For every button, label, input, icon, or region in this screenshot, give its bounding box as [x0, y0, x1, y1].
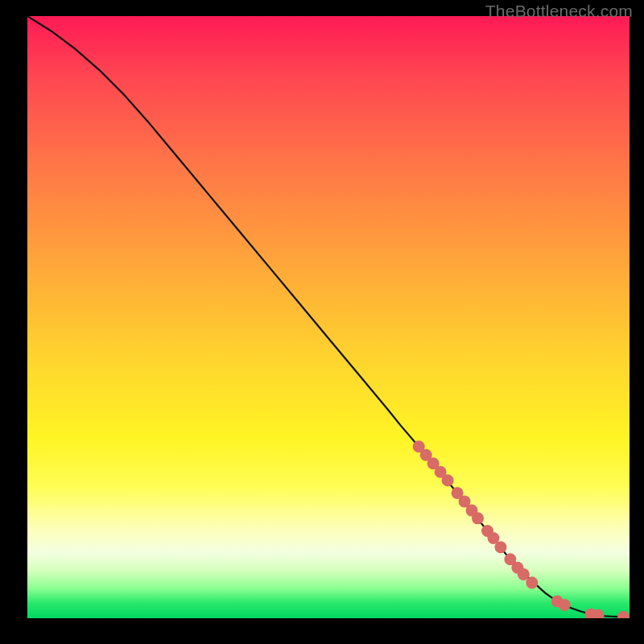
data-marker: [559, 599, 571, 611]
curve-line: [27, 16, 630, 617]
data-markers: [413, 440, 630, 618]
data-marker: [617, 611, 630, 618]
watermark-text: TheBottleneck.com: [485, 2, 633, 21]
data-marker: [472, 512, 484, 524]
data-marker: [526, 576, 538, 588]
chart-svg: [27, 16, 630, 618]
data-marker: [442, 474, 454, 486]
data-marker: [494, 541, 506, 553]
chart-area: [27, 16, 630, 618]
